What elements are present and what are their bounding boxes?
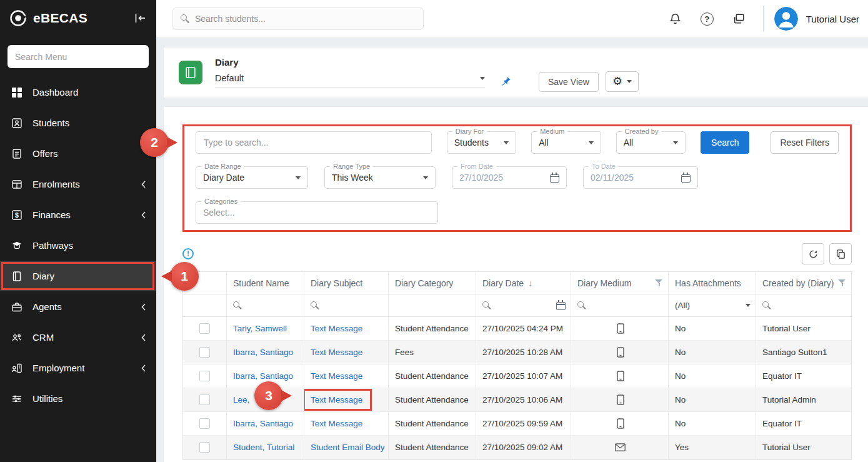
reset-filters-button[interactable]: Reset Filters: [771, 131, 839, 154]
table-row: Ibarra, Santiago Text Message Student At…: [183, 364, 851, 388]
filter-student-name[interactable]: [227, 294, 304, 316]
filter-diary-category[interactable]: [389, 294, 476, 316]
categories-select[interactable]: Categories Select...: [196, 201, 438, 224]
sidebar-item-pathways[interactable]: Pathways: [0, 230, 156, 261]
from-date-input[interactable]: From Date 27/10/2025: [452, 166, 567, 189]
column-header-student-name[interactable]: Student Name: [227, 272, 304, 294]
diary-medium-cell: [571, 364, 669, 388]
student-name-link[interactable]: Lee,: [233, 395, 249, 404]
chevron-left-icon: [141, 211, 146, 219]
diary-subject-link[interactable]: Text Message: [311, 395, 362, 404]
sidebar-item-enrolments[interactable]: Enrolments: [0, 169, 156, 199]
sidebar-item-offers[interactable]: Offers: [0, 138, 156, 169]
range-type-select[interactable]: Range Type This Week: [324, 166, 436, 189]
created-by: Equator IT: [762, 419, 802, 428]
date-range-label: Date Range: [201, 163, 244, 170]
filter-diary-date[interactable]: [476, 294, 571, 316]
filter-funnel-icon[interactable]: [655, 279, 663, 287]
refresh-button[interactable]: [802, 243, 824, 264]
row-checkbox[interactable]: [199, 418, 210, 429]
filter-funnel-icon[interactable]: [838, 279, 846, 287]
sidebar-item-agents[interactable]: Agents: [0, 291, 156, 322]
info-icon[interactable]: [182, 248, 194, 259]
diary-category: Student Attendance: [395, 443, 469, 452]
menu-search-input[interactable]: [7, 45, 149, 68]
user-menu[interactable]: Tutorial User: [763, 6, 859, 32]
diary-subject-link[interactable]: Text Message: [311, 419, 362, 428]
sidebar-item-dashboard[interactable]: Dashboard: [0, 77, 156, 108]
filter-diary-medium[interactable]: [571, 294, 669, 316]
diary-medium-cell: [571, 412, 669, 435]
sidebar-item-crm[interactable]: CRM: [0, 322, 156, 353]
column-header-diary-subject[interactable]: Diary Subject: [304, 272, 389, 294]
diary-medium-cell: [571, 317, 669, 340]
diary-subject-link[interactable]: Text Message: [311, 348, 362, 357]
pin-view-icon[interactable]: [501, 76, 511, 87]
row-checkbox[interactable]: [199, 347, 210, 358]
view-select[interactable]: Default: [215, 73, 485, 88]
diary-for-select[interactable]: Diary For Students: [447, 131, 516, 154]
column-header-diary-category[interactable]: Diary Category: [389, 272, 476, 294]
diary-date: 27/10/2025 10:07 AM: [482, 371, 562, 381]
date-range-select[interactable]: Date Range Diary Date: [196, 166, 308, 189]
created-by: Tutorial User: [762, 324, 811, 333]
column-header-diary-medium[interactable]: Diary Medium: [571, 272, 669, 294]
diary-text-search-input[interactable]: [196, 131, 432, 154]
filter-created-by[interactable]: [756, 294, 851, 316]
student-name-link[interactable]: Ibarra, Santiago: [233, 371, 293, 381]
to-date-input[interactable]: To Date 02/11/2025: [583, 166, 698, 189]
search-button[interactable]: Search: [701, 131, 749, 154]
diary-category: Student Attendance: [395, 395, 469, 404]
svg-text:$: $: [15, 211, 19, 218]
sidebar-collapse-icon[interactable]: [134, 13, 147, 23]
row-checkbox[interactable]: [199, 442, 210, 453]
diary-medium-cell: [571, 436, 669, 459]
chevron-down-icon: [296, 176, 301, 179]
student-name-link[interactable]: Student, Tutorial: [233, 443, 294, 452]
filter-row-2: Date Range Diary Date Range Type This We…: [196, 166, 839, 189]
student-search-input[interactable]: [195, 14, 416, 24]
sidebar-item-employment[interactable]: Employment: [0, 353, 156, 383]
created-by-select[interactable]: Created by All: [616, 131, 686, 154]
diary-subject-link[interactable]: Text Message: [311, 371, 362, 381]
save-view-button[interactable]: Save View: [539, 72, 599, 92]
filter-diary-subject[interactable]: [304, 294, 389, 316]
diary-subject-link[interactable]: Student Email Body: [311, 443, 385, 452]
copy-button[interactable]: [829, 243, 852, 264]
diary-subject-link[interactable]: Text Message: [311, 324, 362, 333]
notifications-bell-icon[interactable]: [669, 13, 682, 26]
has-attachments: No: [675, 324, 686, 333]
student-name-link[interactable]: Ibarra, Santiago: [233, 348, 293, 357]
row-checkbox[interactable]: [199, 394, 210, 405]
row-checkbox[interactable]: [199, 323, 210, 334]
column-header-diary-date[interactable]: Diary Date: [476, 272, 571, 294]
calendar-icon[interactable]: [556, 302, 566, 310]
created-by: Tutorial User: [762, 443, 811, 452]
page-title: Diary: [215, 57, 485, 68]
student-name-link[interactable]: Tarly, Samwell: [233, 324, 287, 333]
filter-has-attachments[interactable]: (All): [669, 294, 756, 316]
help-icon[interactable]: [701, 13, 714, 26]
sidebar-item-label: Finances: [32, 209, 71, 220]
view-settings-button[interactable]: [606, 71, 639, 92]
sidebar-item-label: Agents: [32, 301, 62, 312]
sidebar-item-finances[interactable]: $ Finances: [0, 199, 156, 230]
dashboard-icon: [11, 87, 23, 98]
sidebar-item-diary[interactable]: Diary: [0, 261, 156, 291]
sidebar-item-utilities[interactable]: Utilities: [0, 383, 156, 414]
medium-select[interactable]: Medium All: [531, 131, 601, 154]
sidebar-item-label: Students: [32, 118, 69, 128]
student-name-link[interactable]: Ibarra, Santiago: [233, 419, 293, 428]
column-header-has-attachments[interactable]: Has Attachments: [669, 272, 756, 294]
sidebar-item-students[interactable]: Students: [0, 108, 156, 138]
diary-grid: Student Name Diary Subject Diary Categor…: [182, 271, 852, 460]
offers-icon: [11, 148, 23, 159]
avatar: [774, 7, 798, 31]
column-header-created-by[interactable]: Created by (Diary): [756, 272, 851, 294]
feedback-chat-icon[interactable]: [732, 13, 746, 26]
search-icon: [482, 301, 491, 310]
grid-filter-row: (All): [183, 294, 851, 317]
diary-medium-cell: [571, 388, 669, 411]
row-checkbox[interactable]: [199, 371, 210, 381]
sidebar-item-label: Diary: [32, 271, 54, 281]
